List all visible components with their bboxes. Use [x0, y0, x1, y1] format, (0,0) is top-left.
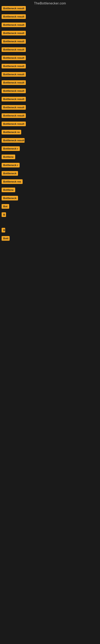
list-item[interactable]: Bottleneck result — [1, 64, 99, 68]
bottleneck-badge[interactable]: Bottleneck result — [1, 88, 26, 93]
list-item[interactable]: Bottleneck result — [1, 14, 99, 19]
list-item[interactable]: B — [1, 228, 99, 232]
bottleneck-badge[interactable]: Bottleneck result — [1, 31, 26, 36]
list-item[interactable]: Bottleneck result — [1, 31, 99, 36]
list-item[interactable]: Bott — [1, 236, 99, 241]
bottleneck-badge[interactable]: Bottleneck — [1, 196, 18, 200]
list-item[interactable]: Bot — [1, 204, 99, 209]
bottleneck-badge[interactable]: Bottleneck result — [1, 47, 26, 52]
bottleneck-badge[interactable]: Bott — [1, 236, 10, 241]
bottleneck-badge[interactable]: Bottleneck result — [1, 56, 26, 60]
list-item[interactable]: Bottleneck result — [1, 113, 99, 118]
bottleneck-badge[interactable]: Bottleneck r — [1, 163, 20, 168]
bottleneck-badge[interactable]: Bottleneck r — [1, 146, 20, 151]
list-item[interactable]: Bottleneck result — [1, 72, 99, 77]
list-item[interactable]: Bottlene — [1, 188, 99, 192]
list-item[interactable]: Bottleneck result — [1, 39, 99, 44]
list-item[interactable]: Bottleneck result — [1, 56, 99, 60]
list-item[interactable]: Bottleneck result — [1, 122, 99, 126]
bottleneck-badge[interactable]: Bottleneck result — [1, 122, 26, 126]
list-item[interactable]: Bottleneck res — [1, 179, 99, 184]
bottleneck-badge[interactable]: B — [1, 212, 6, 217]
bottleneck-badge[interactable]: Bottleneck result — [1, 39, 26, 44]
list-item[interactable]: Bottleneck result — [1, 88, 99, 93]
list-item[interactable]: Bottleneck — [1, 196, 99, 200]
bottleneck-badge[interactable]: B — [1, 228, 5, 232]
bottleneck-badge[interactable]: Bottleneck res — [1, 179, 23, 184]
bottleneck-badge[interactable]: Bottleneck result — [1, 64, 26, 68]
list-item[interactable]: Bottleneck re — [1, 130, 99, 134]
site-title: TheBottlenecker.com — [0, 0, 100, 6]
list-item[interactable]: Bottleneck result — [1, 47, 99, 52]
list-item[interactable]: Bottleneck result — [1, 80, 99, 85]
bottleneck-badge[interactable]: Bottleneck result — [1, 6, 26, 11]
bottleneck-badge[interactable]: Bottleneck — [1, 171, 18, 176]
bottleneck-badge[interactable]: Bottleneck result — [1, 97, 26, 102]
list-item[interactable]: Bottleneck result — [1, 6, 99, 11]
list-item[interactable]: B — [1, 212, 99, 217]
list-item[interactable]: Bottleneck — [1, 171, 99, 176]
bottleneck-badge[interactable]: Bottleneck result — [1, 72, 26, 77]
bottleneck-badge[interactable]: Bottleneck result — [1, 80, 26, 85]
list-item[interactable]: Bottleneck r — [1, 146, 99, 151]
bottleneck-badge[interactable]: Bottlene — [1, 154, 15, 159]
bottleneck-badge[interactable]: Bottleneck result — [1, 113, 26, 118]
list-item[interactable]: Bottleneck result — [1, 138, 99, 143]
bottleneck-badge[interactable]: Bottleneck result — [1, 138, 25, 143]
bottleneck-badge[interactable]: Bot — [1, 204, 9, 209]
bottleneck-badge[interactable]: Bottleneck result — [1, 105, 26, 110]
list-item[interactable]: Bottleneck result — [1, 97, 99, 102]
list-item[interactable]: Bottlene — [1, 154, 99, 159]
list-item[interactable]: Bottleneck result — [1, 22, 99, 27]
list-item[interactable]: Bottleneck result — [1, 105, 99, 110]
bottleneck-badge[interactable]: Bottleneck result — [1, 22, 26, 27]
list-item[interactable]: Bottleneck r — [1, 163, 99, 168]
bottleneck-badge[interactable]: Bottlene — [1, 188, 15, 192]
bottleneck-badge[interactable]: Bottleneck re — [1, 130, 21, 134]
bottleneck-badge[interactable]: Bottleneck result — [1, 14, 26, 19]
